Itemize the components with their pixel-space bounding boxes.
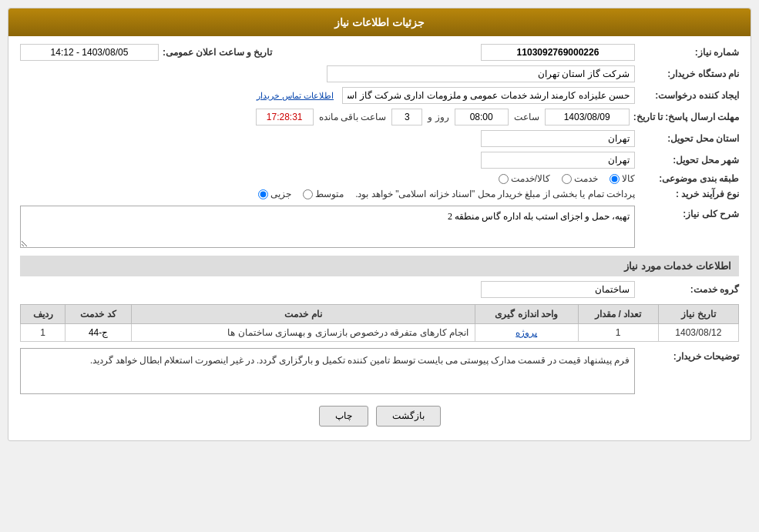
delivery-city-label: شهر محل تحویل: (639, 155, 739, 166)
response-time-input[interactable] (455, 109, 509, 125)
cell-code: ج-44 (65, 324, 132, 342)
need-description-textarea[interactable]: تهیه، حمل و اجزای استب بله اداره گاس منط… (20, 206, 635, 248)
category-label: طبقه بندی موضوعی: (639, 173, 739, 184)
date-time-label: تاریخ و ساعت اعلان عمومی: (163, 47, 272, 58)
remaining-time-input[interactable] (256, 109, 314, 125)
buyer-comments-label: توضیحات خریدار: (639, 348, 739, 362)
response-days-input[interactable] (391, 109, 422, 125)
radio-kala[interactable]: کالا (610, 173, 635, 184)
cell-date: 1403/08/12 (658, 324, 738, 342)
date-time-input[interactable] (20, 44, 159, 61)
services-table: تاریخ نیاز تعداد / مقدار واحد اندازه گیر… (20, 304, 739, 342)
delivery-province-input[interactable] (481, 130, 635, 147)
radio-jozvi[interactable]: جزیی (258, 189, 291, 199)
response-deadline-label: مهلت ارسال پاسخ: تا تاریخ: (633, 112, 739, 122)
radio-khedmat-label: خدمت (574, 173, 598, 184)
col-date: تاریخ نیاز (658, 305, 738, 324)
radio-kala-label: کالا (622, 173, 635, 184)
radio-kala-khedmat[interactable]: کالا/خدمت (499, 173, 550, 184)
service-group-label: گروه خدمت: (639, 284, 739, 295)
response-day-label: روز و (428, 112, 448, 122)
radio-khedmat[interactable]: خدمت (562, 173, 598, 184)
process-note: پرداخت تمام یا بخشی از مبلغ خریدار محل "… (355, 189, 635, 199)
response-time-label: ساعت (514, 112, 539, 122)
need-description-label: شرح کلی نیاز: (639, 206, 739, 219)
cell-name: انجام کارهای متفرقه درخصوص بازسازی و بهس… (131, 324, 475, 342)
col-row: ردیف (21, 305, 65, 324)
cell-unit[interactable]: پروژه (475, 324, 579, 342)
radio-kala-khedmat-label: کالا/خدمت (511, 173, 550, 184)
buyer-org-label: نام دستگاه خریدار: (639, 69, 739, 79)
delivery-city-input[interactable] (481, 152, 635, 169)
radio-jozvi-label: جزیی (270, 189, 291, 199)
table-row: 1403/08/12 1 پروژه انجام کارهای متفرقه د… (21, 324, 739, 342)
cell-count: 1 (578, 324, 658, 342)
creator-label: ایجاد کننده درخواست: (639, 90, 739, 101)
col-code: کد خدمت (65, 305, 132, 324)
buyer-org-input[interactable] (327, 65, 635, 82)
contact-info-link[interactable]: اطلاعات تماس خریدار (257, 91, 334, 101)
services-section-title: اطلاعات خدمات مورد نیاز (20, 256, 739, 276)
remaining-time-label: ساعت باقی مانده (319, 112, 387, 122)
radio-motavaset[interactable]: متوسط (303, 189, 344, 199)
col-name: نام خدمت (131, 305, 475, 324)
radio-motavaset-label: متوسط (315, 189, 344, 199)
service-group-input[interactable] (481, 281, 635, 298)
page-title: جزئیات اطلاعات نیاز (8, 8, 751, 36)
print-button[interactable]: چاپ (319, 406, 368, 427)
creator-input[interactable] (342, 87, 635, 104)
need-number-label: شماره نیاز: (639, 47, 739, 58)
buyer-comments-box: فرم پیشنهاد قیمت در قسمت مدارک پیوستی می… (20, 348, 635, 394)
process-label: نوع فرآیند خرید : (639, 189, 739, 199)
need-number-input[interactable] (481, 44, 635, 61)
col-unit: واحد اندازه گیری (475, 305, 579, 324)
back-button[interactable]: بازگشت (376, 406, 441, 427)
col-count: تعداد / مقدار (578, 305, 658, 324)
delivery-province-label: استان محل تحویل: (639, 133, 739, 144)
response-date-input[interactable] (545, 109, 630, 125)
cell-row: 1 (21, 324, 65, 342)
